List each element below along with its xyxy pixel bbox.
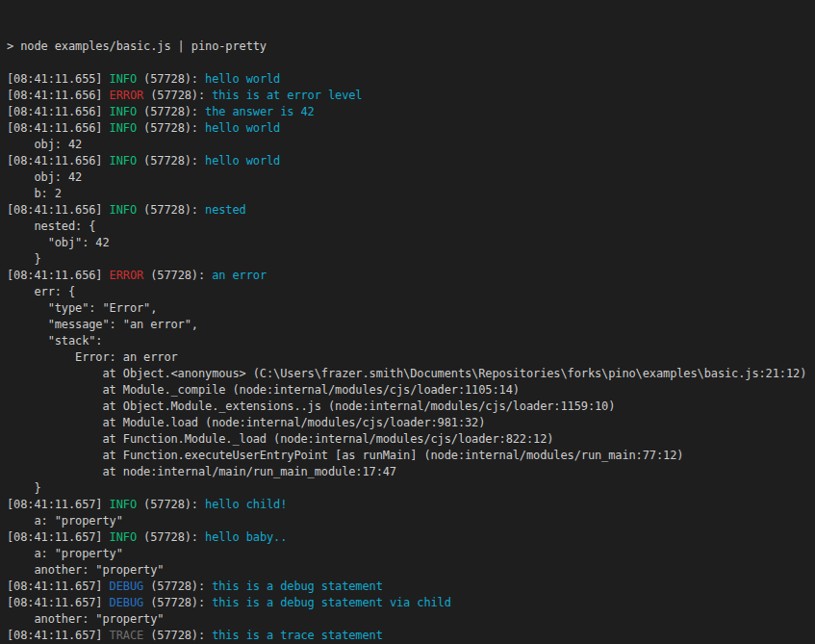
log-line: [08:41:11.656] INFO (57728): hello world — [7, 120, 815, 137]
log-detail-line: Error: an error — [7, 349, 815, 366]
log-level: INFO — [110, 72, 137, 86]
terminal-window[interactable]: > node examples/basic.js | pino-pretty[0… — [0, 0, 815, 644]
log-detail: err: { — [7, 285, 75, 298]
log-line: [08:41:11.655] INFO (57728): hello world — [7, 71, 815, 88]
blank-line — [7, 55, 815, 71]
log-detail: } — [7, 252, 41, 266]
log-detail: at Object.<anonymous> (C:\Users\frazer.s… — [7, 367, 806, 380]
log-pid: (57728): — [143, 269, 212, 282]
log-line: [08:41:11.657] TRACE (57728): this is a … — [7, 628, 815, 644]
log-detail-line: obj: 42 — [7, 137, 815, 153]
log-pid: (57728): — [137, 154, 205, 167]
log-pid: (57728): — [137, 203, 205, 217]
log-level: INFO — [110, 154, 137, 167]
log-pid: (57728): — [137, 72, 205, 86]
log-pid: (57728): — [143, 580, 212, 593]
log-detail-line: at Module._compile (node:internal/module… — [7, 382, 815, 399]
log-detail-line: at Function.Module._load (node:internal/… — [7, 431, 815, 448]
log-message: hello child! — [205, 498, 287, 511]
log-pid: (57728): — [137, 121, 205, 135]
log-pid: (57728): — [137, 498, 205, 511]
log-detail: a: "property" — [7, 514, 123, 528]
log-timestamp: [08:41:11.656] — [7, 269, 110, 282]
log-timestamp: [08:41:11.655] — [7, 72, 110, 86]
log-level: INFO — [110, 105, 137, 118]
log-detail: obj: 42 — [7, 170, 82, 184]
log-message: this is at error level — [212, 89, 362, 102]
log-level: ERROR — [110, 89, 144, 102]
log-pid: (57728): — [143, 89, 212, 102]
log-level: DEBUG — [110, 580, 144, 593]
log-pid: (57728): — [137, 530, 205, 544]
log-detail-line: } — [7, 251, 815, 268]
log-detail-line: at Object.Module._extensions..js (node:i… — [7, 399, 815, 415]
log-detail-line: obj: 42 — [7, 169, 815, 186]
log-detail: "obj": 42 — [7, 236, 110, 249]
log-detail: at Function.Module._load (node:internal/… — [7, 432, 553, 446]
log-detail-line: "type": "Error", — [7, 300, 815, 317]
log-detail-line: } — [7, 480, 815, 497]
log-detail: obj: 42 — [7, 138, 82, 151]
log-message: hello baby.. — [205, 530, 287, 544]
log-detail-line: another: "property" — [7, 562, 815, 579]
log-detail: at node:internal/main/run_main_module:17… — [7, 465, 396, 478]
log-timestamp: [08:41:11.657] — [7, 530, 110, 544]
log-detail-line: another: "property" — [7, 611, 815, 628]
log-detail: at Function.executeUserEntryPoint [as ru… — [7, 449, 683, 462]
log-line: [08:41:11.656] INFO (57728): nested — [7, 202, 815, 219]
log-detail-line: b: 2 — [7, 186, 815, 202]
log-line: [08:41:11.656] ERROR (57728): this is at… — [7, 88, 815, 104]
log-detail-line: nested: { — [7, 219, 815, 235]
log-timestamp: [08:41:11.657] — [7, 498, 110, 511]
log-detail: "type": "Error", — [7, 301, 157, 315]
log-detail: at Module._compile (node:internal/module… — [7, 383, 520, 397]
log-detail: b: 2 — [7, 187, 62, 200]
log-line: [08:41:11.657] INFO (57728): hello child… — [7, 497, 815, 513]
log-timestamp: [08:41:11.656] — [7, 89, 110, 102]
log-detail-line: err: { — [7, 284, 815, 300]
log-detail-line: a: "property" — [7, 513, 815, 529]
log-detail: at Module.load (node:internal/modules/cj… — [7, 416, 485, 429]
log-detail-line: at Module.load (node:internal/modules/cj… — [7, 415, 815, 431]
log-message: hello world — [205, 72, 280, 86]
log-level: INFO — [110, 121, 137, 135]
log-detail-line: a: "property" — [7, 546, 815, 562]
log-detail: "message": "an error", — [7, 318, 198, 331]
log-timestamp: [08:41:11.657] — [7, 629, 110, 642]
log-detail: nested: { — [7, 219, 95, 233]
log-line: [08:41:11.657] INFO (57728): hello baby.… — [7, 529, 815, 546]
log-detail-line: at Object.<anonymous> (C:\Users\frazer.s… — [7, 366, 815, 382]
log-message: the answer is 42 — [205, 105, 315, 118]
log-message: this is a debug statement — [212, 580, 383, 593]
log-detail-line: at Function.executeUserEntryPoint [as ru… — [7, 448, 815, 464]
log-detail-line: "message": "an error", — [7, 317, 815, 333]
log-line: [08:41:11.656] ERROR (57728): an error — [7, 268, 815, 284]
log-detail: "stack": — [7, 334, 102, 348]
log-line: [08:41:11.657] DEBUG (57728): this is a … — [7, 595, 815, 611]
log-detail: } — [7, 481, 41, 495]
log-level: INFO — [110, 203, 137, 217]
log-message: hello world — [205, 154, 280, 167]
log-message: this is a trace statement — [212, 629, 383, 642]
terminal-output: > node examples/basic.js | pino-pretty[0… — [7, 39, 815, 644]
log-line: [08:41:11.656] INFO (57728): the answer … — [7, 104, 815, 120]
log-detail-line: "obj": 42 — [7, 235, 815, 251]
log-timestamp: [08:41:11.657] — [7, 596, 110, 609]
log-level: INFO — [110, 530, 137, 544]
log-message: nested — [205, 203, 246, 217]
log-pid: (57728): — [143, 629, 212, 642]
log-level: ERROR — [110, 269, 144, 282]
log-message: an error — [212, 269, 267, 282]
log-detail: another: "property" — [7, 563, 164, 577]
log-timestamp: [08:41:11.656] — [7, 121, 110, 135]
log-detail: another: "property" — [7, 612, 164, 626]
log-timestamp: [08:41:11.656] — [7, 105, 110, 118]
log-detail: at Object.Module._extensions..js (node:i… — [7, 399, 615, 413]
log-command: > node examples/basic.js | pino-pretty — [7, 39, 267, 53]
log-level: INFO — [110, 498, 137, 511]
log-message: this is a debug statement via child — [212, 596, 451, 609]
log-timestamp: [08:41:11.656] — [7, 154, 110, 167]
log-detail: a: "property" — [7, 547, 123, 560]
log-pid: (57728): — [143, 596, 212, 609]
log-timestamp: [08:41:11.657] — [7, 580, 110, 593]
